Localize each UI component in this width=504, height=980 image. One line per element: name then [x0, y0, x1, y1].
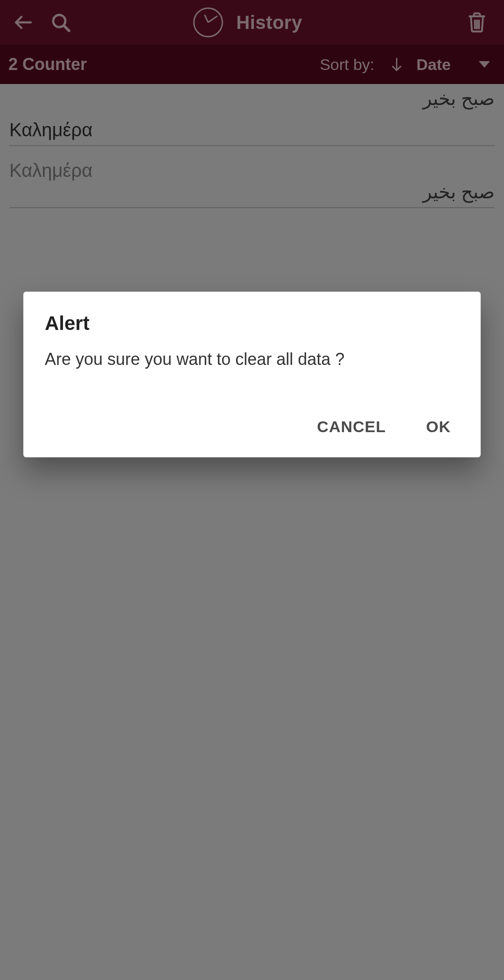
modal-scrim[interactable] [0, 0, 504, 980]
dialog-actions: CANCEL OK [45, 413, 459, 448]
dialog-message: Are you sure you want to clear all data … [45, 350, 459, 369]
cancel-button[interactable]: CANCEL [313, 413, 390, 441]
confirm-clear-dialog: Alert Are you sure you want to clear all… [23, 292, 481, 457]
dialog-title: Alert [45, 312, 459, 335]
ok-button[interactable]: OK [422, 413, 455, 441]
